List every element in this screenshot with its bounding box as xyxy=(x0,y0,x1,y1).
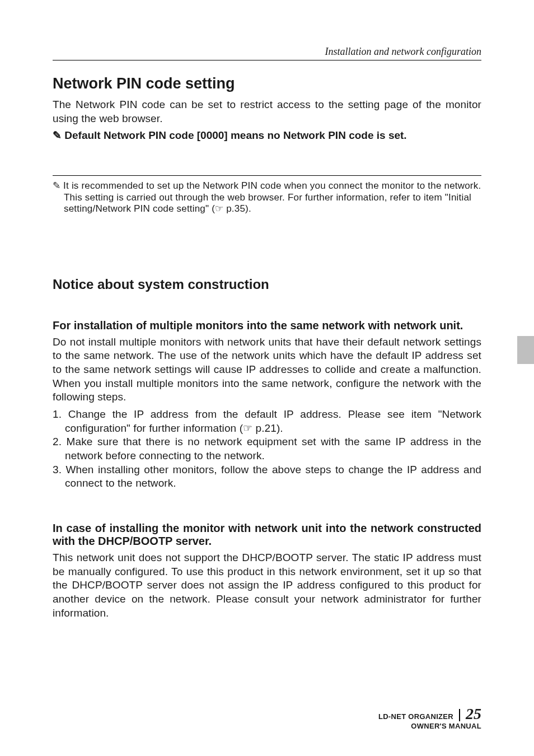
pin-recommendation-note: ✎ It is recommended to set up the Networ… xyxy=(53,180,481,214)
footer-brand: LD-NET ORGANIZER xyxy=(378,712,453,721)
note-divider: ✎ It is recommended to set up the Networ… xyxy=(53,175,481,214)
heading-network-pin: Network PIN code setting xyxy=(53,75,481,92)
footer-divider xyxy=(459,709,460,721)
step-3: 3. When installing other monitors, follo… xyxy=(53,463,481,491)
footer-subtitle: OWNER'S MANUAL xyxy=(378,722,481,730)
page-content: Installation and network configuration N… xyxy=(0,0,534,620)
heading-notice: Notice about system construction xyxy=(53,277,481,292)
page-number: 25 xyxy=(466,705,481,723)
running-head: Installation and network configuration xyxy=(53,46,481,60)
multiple-monitors-body: Do not install multiple monitors with ne… xyxy=(53,335,481,404)
dhcp-body: This network unit does not support the D… xyxy=(53,551,481,620)
intro-text: The Network PIN code can be set to restr… xyxy=(53,98,481,125)
step-1: 1. Change the IP address from the defaul… xyxy=(53,408,481,435)
subheading-multiple-monitors: For installation of multiple monitors in… xyxy=(53,319,481,332)
subheading-dhcp: In case of installing the monitor with n… xyxy=(53,522,481,548)
step-2: 2. Make sure that there is no network eq… xyxy=(53,435,481,463)
section-tab xyxy=(517,336,534,364)
default-pin-note: ✎ Default Network PIN code [0000] means … xyxy=(53,129,481,142)
page-footer: LD-NET ORGANIZER 25 OWNER'S MANUAL xyxy=(378,705,481,730)
